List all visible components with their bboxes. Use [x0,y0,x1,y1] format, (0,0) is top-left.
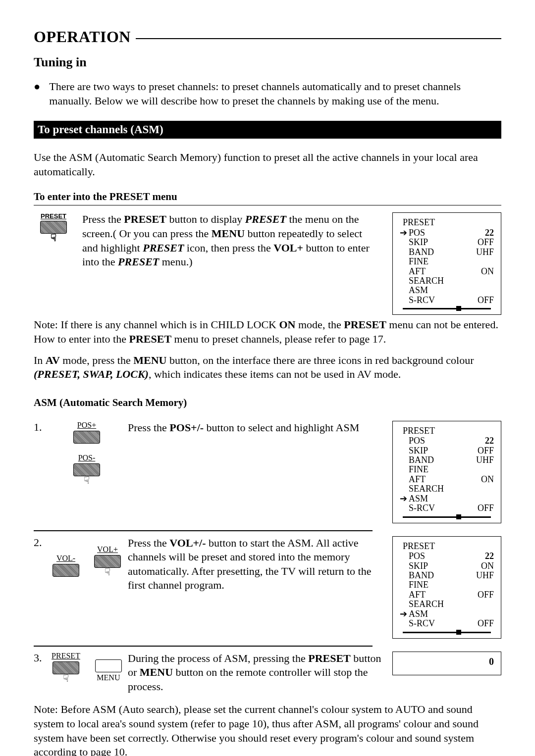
osd-value: 22 [470,552,494,561]
osd-label: SKIP [409,238,470,247]
pos-buttons-graphic: POS+ POS- ☟ [54,421,119,485]
osd-value: UHF [470,571,494,580]
arrow-icon: ➔ [400,494,409,504]
arrow-icon [400,552,409,561]
arrow-icon: ➔ [400,228,409,238]
osd-label: SEARCH [409,276,470,286]
arrow-icon [400,446,409,455]
hand-icon: ☟ [84,475,90,485]
arrow-icon [400,238,409,247]
osd-title: PRESET [403,426,494,436]
subheading-asm: ASM (Automatic Search Memory) [34,397,501,409]
remote-button-icon [94,555,121,568]
osd-label: FINE [409,465,470,474]
osd-value: ON [470,475,494,484]
vol-buttons-graphic: VOL- VOL+ ☟ [54,536,119,577]
osd-row: ASM [400,286,494,295]
preset-menu-buttons-graphic: PRESET ☟ MENU [54,652,119,683]
osd-row: SKIPON [400,561,494,571]
osd-row: SEARCH [400,276,494,286]
arrow-icon [400,257,409,266]
osd-label: SEARCH [409,484,470,494]
preset-label: PRESET [52,652,80,660]
step-1: 1. POS+ POS- ☟ Press the POS+/- button t… [34,416,501,530]
osd-value: ON [470,561,494,571]
hand-icon: ☟ [51,233,56,243]
step-number: 3. [34,652,46,664]
osd-row: BANDUHF [400,455,494,465]
step-2: 2. VOL- VOL+ ☟ Press the VOL+/- button t… [34,531,501,646]
osd-value [470,484,494,494]
title-row: OPERATION [34,28,501,46]
osd-row: BANDUHF [400,571,494,580]
osd-label: AFT [409,475,470,484]
osd-row: FINE [400,257,494,266]
preset-instruction-text: Press the PRESET button to display PRESE… [82,212,383,269]
manual-page: OPERATION Tuning in ● There are two ways… [0,0,535,756]
menu-label: MENU [97,673,120,682]
osd-label: S-RCV [409,504,470,513]
osd-value [470,286,494,295]
remote-button-icon [73,431,100,444]
arrow-icon [400,590,409,600]
osd-row: BANDUHF [400,248,494,257]
osd-progress-bar [403,308,491,311]
arrow-icon [400,484,409,494]
osd-row: POS22 [400,436,494,446]
step-number: 1. [34,421,46,434]
osd-row: S-RCVOFF [400,296,494,305]
arrow-icon [400,436,409,446]
asm-steps: 1. POS+ POS- ☟ Press the POS+/- button t… [34,416,501,701]
step-1-text: Press the POS+/- button to select and hi… [128,421,383,435]
osd-label: S-RCV [409,619,470,628]
osd-value [470,257,494,266]
step-3: 3. PRESET ☟ MENU During the process of A… [34,647,501,701]
section-subtitle: Tuning in [34,55,501,70]
arrow-icon [400,286,409,295]
arrow-icon [400,504,409,513]
osd-value: OFF [470,590,494,600]
osd-label: ASM [409,494,470,504]
osd-row: S-RCVOFF [400,504,494,513]
divider [34,205,501,205]
osd-row: POS22 [400,552,494,561]
osd-label: AFT [409,267,470,276]
osd-label: BAND [409,248,470,257]
arrow-icon: ➔ [400,609,409,619]
osd-row: AFTOFF [400,590,494,600]
osd-label: SKIP [409,561,470,571]
osd-value: OFF [470,504,494,513]
osd-value: OFF [470,446,494,455]
osd-value: ON [470,267,494,276]
arrow-icon [400,296,409,305]
step-3-text: During the process of ASM, pressing the … [128,652,383,694]
hand-icon: ☟ [105,567,110,577]
osd-value [470,600,494,609]
osd-row: ➔ASM [400,494,494,504]
osd-label: SEARCH [409,600,470,609]
osd-label: FINE [409,580,470,590]
subheading-enter-preset: To enter into the PRESET menu [34,191,501,203]
arrow-icon [400,455,409,465]
osd-value: 22 [470,436,494,446]
vol-minus-label: VOL- [56,554,75,563]
osd-label: SKIP [409,446,470,455]
bullet-icon: ● [34,81,40,108]
osd-row: SEARCH [400,600,494,609]
arrow-icon [400,561,409,571]
page-title: OPERATION [34,28,131,46]
osd-value [470,494,494,504]
remote-button-icon [53,661,79,674]
arrow-icon [400,619,409,628]
arrow-icon [400,475,409,484]
arrow-icon [400,465,409,474]
black-header-bar: To preset channels (ASM) [34,121,501,139]
arrow-icon [400,276,409,286]
remote-button-icon [53,564,79,577]
osd-row: ➔ASM [400,609,494,619]
osd-progress-bar [403,632,491,635]
remote-button-icon [73,463,100,476]
osd-label: ASM [409,286,470,295]
osd-value: OFF [470,619,494,628]
osd-label: AFT [409,590,470,600]
